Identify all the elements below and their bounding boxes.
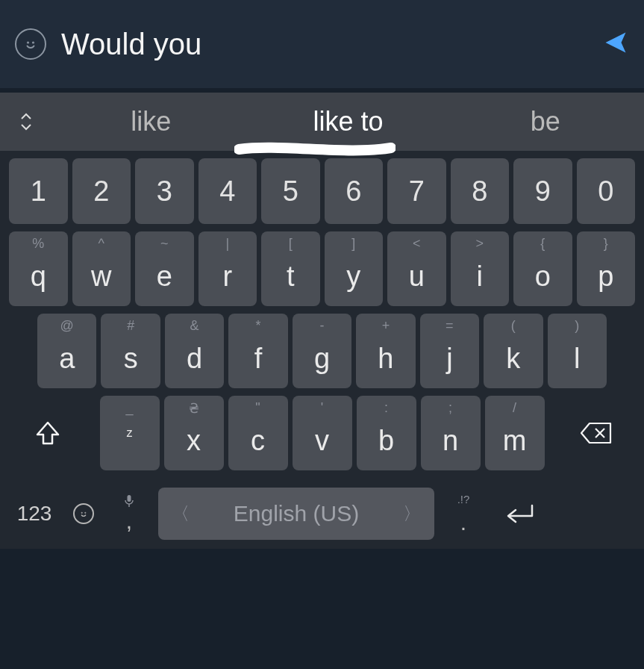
key-t[interactable]: [t [261, 231, 320, 306]
key-n[interactable]: ;n [421, 396, 481, 470]
key-9[interactable]: 9 [513, 158, 572, 224]
key-d[interactable]: &d [165, 314, 224, 388]
key-s[interactable]: #s [101, 314, 160, 388]
mic-icon [124, 494, 134, 510]
key-v[interactable]: 'v [293, 396, 352, 470]
spacebar-label: English (US) [234, 501, 359, 526]
spacebar[interactable]: 〈 English (US) 〉 [158, 488, 434, 540]
key-alt: " [255, 400, 260, 416]
key-alt: @ [60, 318, 74, 334]
keyboard-row-bottom: 123 , 〈 English (US) 〉 .!? . [0, 478, 644, 549]
keyboard-row-1: %q ^w ~e |r [t ]y <u >i {o }p [0, 231, 644, 306]
key-c[interactable]: "c [228, 396, 288, 470]
key-alt: > [475, 236, 484, 252]
key-alt: - [320, 318, 325, 334]
key-3[interactable]: 3 [135, 158, 194, 224]
key-alt: ^ [99, 236, 104, 252]
period-key[interactable]: .!? . [445, 493, 482, 534]
key-alt: ' [321, 400, 323, 416]
key-alt: & [190, 318, 199, 334]
expand-suggestions-icon[interactable] [0, 93, 52, 151]
key-alt: ( [511, 318, 516, 334]
lang-next-icon: 〉 [403, 502, 421, 526]
key-alt: ] [351, 236, 355, 252]
key-m[interactable]: /m [485, 396, 545, 470]
key-w[interactable]: ^w [72, 231, 131, 306]
key-1[interactable]: 1 [9, 158, 68, 224]
key-r[interactable]: |r [198, 231, 257, 306]
key-a[interactable]: @a [37, 314, 96, 388]
key-0[interactable]: 0 [577, 158, 636, 224]
key-alt: { [540, 236, 545, 252]
key-u[interactable]: <u [387, 231, 446, 306]
key-f[interactable]: *f [228, 314, 287, 388]
key-k[interactable]: (k [484, 314, 543, 388]
emoji-icon[interactable] [15, 28, 46, 60]
key-b[interactable]: :b [357, 396, 416, 470]
suggestion-right[interactable]: be [447, 93, 644, 151]
key-alt: ~ [160, 236, 169, 252]
svg-point-1 [33, 42, 34, 43]
comma-key[interactable]: , [110, 494, 148, 532]
comma-label: , [126, 510, 132, 532]
key-alt: ) [575, 318, 579, 334]
key-j[interactable]: =j [420, 314, 479, 388]
key-alt: * [256, 318, 261, 334]
key-7[interactable]: 7 [387, 158, 446, 224]
key-y[interactable]: ]y [325, 231, 384, 306]
backspace-key[interactable] [559, 396, 634, 470]
key-alt: / [513, 400, 516, 416]
key-alt: < [413, 236, 421, 252]
key-p[interactable]: }p [577, 231, 636, 306]
enter-key[interactable] [493, 502, 545, 525]
lang-prev-icon: 〈 [172, 502, 190, 526]
key-alt: ; [448, 400, 452, 416]
period-label: . [460, 511, 466, 534]
key-2[interactable]: 2 [72, 158, 131, 224]
keyboard-row-2: @a #s &d *f -g +h =j (k )l [0, 314, 644, 388]
key-o[interactable]: {o [513, 231, 572, 306]
svg-rect-4 [128, 495, 131, 502]
key-z[interactable]: _z [100, 396, 160, 470]
key-alt: _ [125, 400, 133, 416]
send-button[interactable] [602, 29, 629, 59]
keyboard-row-numbers: 1 2 3 4 5 6 7 8 9 0 [0, 158, 644, 224]
keyboard: 1 2 3 4 5 6 7 8 9 0 %q ^w ~e |r [t ]y <u… [0, 151, 644, 549]
key-e[interactable]: ~e [135, 231, 194, 306]
key-alt: ₴ [189, 400, 199, 417]
key-alt: : [384, 400, 388, 416]
message-input-bar: Would you [0, 0, 644, 88]
key-4[interactable]: 4 [198, 158, 257, 224]
emoji-key[interactable] [67, 503, 100, 524]
key-alt: = [446, 318, 454, 334]
key-i[interactable]: >i [451, 231, 510, 306]
key-x[interactable]: ₴x [164, 396, 224, 470]
suggestion-bar: like like to be [0, 93, 644, 151]
key-q[interactable]: %q [9, 231, 68, 306]
key-g[interactable]: -g [293, 314, 351, 388]
key-h[interactable]: +h [356, 314, 415, 388]
key-alt: | [225, 236, 229, 252]
suggestion-left[interactable]: like [52, 93, 249, 151]
message-input[interactable]: Would you [61, 28, 587, 61]
key-alt: # [127, 318, 134, 334]
svg-point-2 [81, 512, 82, 513]
key-alt: } [604, 236, 608, 252]
key-6[interactable]: 6 [325, 158, 384, 224]
key-5[interactable]: 5 [261, 158, 320, 224]
suggestion-center[interactable]: like to [249, 93, 446, 151]
symbols-key[interactable]: 123 [12, 502, 57, 526]
svg-point-3 [85, 512, 86, 513]
svg-point-0 [28, 42, 28, 43]
shift-key[interactable] [10, 396, 85, 470]
key-alt: + [382, 318, 390, 334]
key-alt: [ [289, 236, 293, 252]
keyboard-row-3: _z ₴x "c 'v :b ;n /m [0, 396, 644, 470]
key-8[interactable]: 8 [451, 158, 510, 224]
key-alt: % [32, 236, 44, 252]
period-alt: .!? [457, 493, 470, 505]
key-l[interactable]: )l [548, 314, 607, 388]
